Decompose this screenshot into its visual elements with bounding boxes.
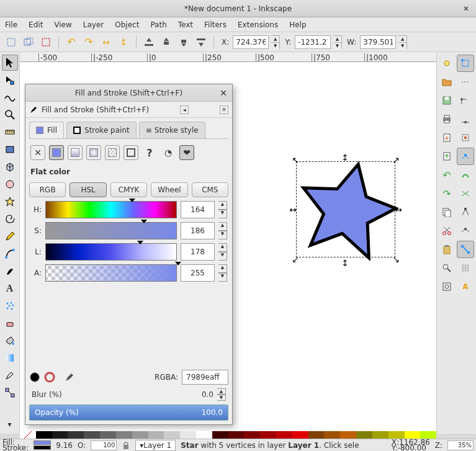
mode-cms[interactable]: CMS (192, 182, 228, 197)
snap-node-icon[interactable] (457, 148, 474, 165)
flip-h-icon[interactable]: ↔ (99, 35, 114, 50)
node-tool[interactable] (2, 72, 18, 88)
select-layers-icon[interactable] (21, 35, 36, 50)
3dbox-tool[interactable] (2, 159, 18, 175)
l-value[interactable]: 178 (181, 243, 215, 261)
w-input[interactable] (360, 35, 396, 49)
chevron-down-icon[interactable]: ▾ (2, 418, 18, 434)
snap-text-icon[interactable]: A (457, 278, 474, 295)
snap-corner-icon[interactable] (457, 92, 474, 109)
tab-stroke-paint[interactable]: Stroke paint (66, 122, 137, 138)
snap-edge-icon[interactable] (457, 73, 474, 91)
blur-value[interactable]: 0.0 (202, 390, 213, 399)
export-icon[interactable] (438, 148, 456, 165)
y-input[interactable] (295, 35, 331, 49)
x-input[interactable] (233, 35, 269, 49)
paste-icon[interactable] (438, 241, 456, 258)
dialog-close-icon[interactable]: ✕ (220, 88, 227, 98)
import-icon[interactable] (438, 129, 456, 146)
snap-cusp-icon[interactable] (457, 203, 474, 221)
save-icon[interactable] (438, 92, 456, 109)
h-spinner[interactable]: ▲▼ (218, 201, 227, 218)
zoom-fit-icon[interactable] (438, 259, 456, 277)
layer-selector[interactable]: ▾Layer 1 (135, 440, 176, 451)
menu-object[interactable]: Object (115, 20, 139, 29)
menu-edit[interactable]: Edit (29, 20, 43, 29)
connector-tool[interactable] (2, 385, 18, 401)
dropper-icon[interactable] (64, 372, 75, 383)
print-icon[interactable] (438, 110, 456, 128)
paint-mesh-icon[interactable]: ❤ (179, 145, 194, 160)
opacity-slider[interactable]: Opacity (%) 100.0 (29, 404, 228, 421)
paint-lgrad-icon[interactable] (68, 145, 83, 160)
rect-tool[interactable] (2, 141, 18, 158)
h-value[interactable]: 164 (181, 201, 215, 218)
y-spinner[interactable]: ▲▼ (333, 35, 342, 49)
snap-grid-icon[interactable] (457, 259, 474, 277)
calligraphy-tool[interactable] (2, 263, 18, 279)
zoom-input[interactable] (447, 440, 474, 450)
circle-tool[interactable] (2, 176, 18, 192)
menu-filters[interactable]: Filters (204, 20, 227, 29)
paint-none-icon[interactable]: ✕ (30, 145, 45, 160)
mode-rgb[interactable]: RGB (29, 182, 66, 197)
l-spinner[interactable]: ▲▼ (218, 243, 227, 261)
stroke-swatch[interactable] (34, 445, 51, 450)
x-spinner[interactable]: ▲▼ (271, 35, 280, 49)
selector-tool[interactable] (2, 55, 18, 71)
measure-tool[interactable] (2, 124, 18, 140)
dialog-minimize-icon[interactable]: ◂ (180, 105, 189, 114)
lower-icon[interactable] (176, 35, 191, 50)
s-value[interactable]: 186 (181, 222, 215, 239)
mode-wheel[interactable]: Wheel (151, 182, 187, 197)
bezier-tool[interactable] (2, 246, 18, 262)
snap-others-icon[interactable] (457, 241, 474, 258)
eraser-tool[interactable] (2, 315, 18, 331)
snap-path-icon[interactable] (457, 166, 474, 184)
wheel-icon[interactable] (29, 372, 40, 383)
s-spinner[interactable]: ▲▼ (218, 222, 227, 239)
mode-hsl[interactable]: HSL (70, 182, 106, 197)
tab-fill[interactable]: Fill (29, 122, 64, 138)
menu-path[interactable]: Path (150, 20, 166, 29)
zoom-draw-icon[interactable] (438, 278, 456, 295)
tab-stroke-style[interactable]: ≡Stroke style (139, 122, 205, 138)
paint-flat-icon[interactable] (49, 145, 64, 160)
blur-spinner[interactable]: ▲▼ (217, 388, 226, 401)
deselect-icon[interactable] (38, 35, 53, 50)
a-value[interactable]: 255 (181, 264, 215, 282)
opacity-status-input[interactable] (91, 440, 117, 450)
undo-icon[interactable]: ↶ (438, 166, 456, 184)
snap-midpoint-icon[interactable] (457, 110, 474, 128)
paint-pattern-icon[interactable] (105, 145, 120, 160)
raise-icon[interactable] (159, 35, 174, 50)
menu-layer[interactable]: Layer (83, 20, 104, 29)
menu-file[interactable]: File (5, 20, 17, 29)
ring-icon[interactable] (44, 372, 55, 383)
zoom-tool[interactable] (2, 107, 18, 123)
spiral-tool[interactable] (2, 211, 18, 227)
w-spinner[interactable]: ▲▼ (398, 35, 407, 49)
fill-stroke-dialog[interactable]: Fill and Stroke (Shift+Ctrl+F) ✕ Fill an… (25, 84, 233, 425)
menu-help[interactable]: Help (289, 20, 306, 29)
stroke-width[interactable]: 9.16 (56, 441, 73, 450)
open-icon[interactable] (438, 73, 456, 91)
color-palette[interactable] (20, 431, 436, 439)
menu-text[interactable]: Text (178, 20, 193, 29)
close-icon[interactable]: ✕ (461, 4, 471, 14)
redo-icon[interactable]: ↷ (438, 185, 456, 202)
rgba-input[interactable] (182, 370, 228, 385)
tweak-tool[interactable] (2, 89, 18, 105)
a-spinner[interactable]: ▲▼ (218, 264, 227, 282)
cut-icon[interactable] (438, 222, 456, 239)
l-slider[interactable] (45, 243, 177, 261)
star-tool[interactable] (2, 194, 18, 210)
bucket-tool[interactable] (2, 333, 18, 349)
snap-intersect-icon[interactable] (457, 185, 474, 202)
snap-smooth-icon[interactable] (457, 222, 474, 239)
menu-extensions[interactable]: Extensions (238, 20, 278, 29)
lock-icon[interactable] (122, 441, 130, 450)
fill-swatch[interactable] (34, 440, 51, 445)
flip-v-icon[interactable]: ↕ (116, 35, 131, 50)
copy-icon[interactable] (438, 203, 456, 221)
